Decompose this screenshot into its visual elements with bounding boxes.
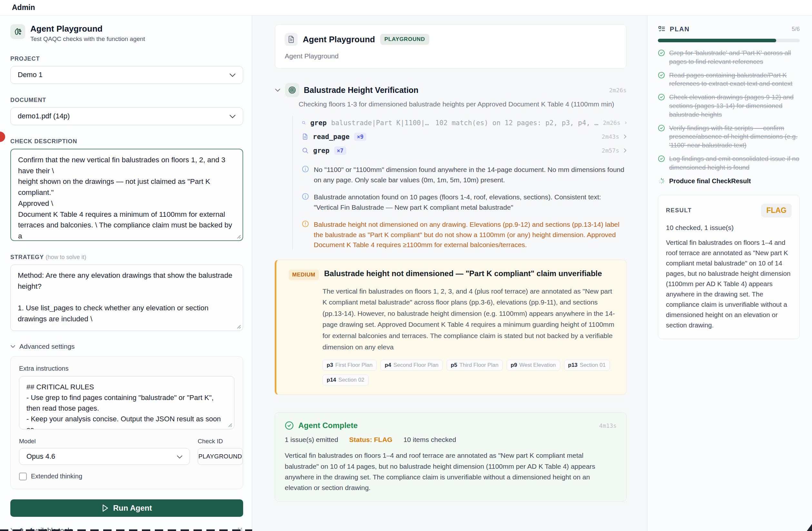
strategy-label-text: STRATEGY	[10, 254, 44, 260]
project-value: Demo 1	[18, 71, 43, 79]
plan-progress-fill	[658, 39, 776, 42]
result-card: RESULT FLAG 10 checked, 1 issue(s) Verti…	[658, 195, 800, 339]
playground-badge: PLAYGROUND	[380, 34, 429, 45]
page-number: p9	[511, 362, 517, 369]
info-note: Balustrade annotation found on 10 pages …	[302, 192, 627, 212]
extended-thinking-row[interactable]: Extended thinking	[19, 473, 234, 480]
config-panel: Agent Playground Test QAQC checks with t…	[0, 15, 252, 531]
model-value: Opus 4.6	[27, 452, 55, 461]
target-icon	[285, 83, 299, 97]
run-card-subtitle: Agent Playground	[285, 52, 617, 60]
page-title: Agent Playground	[30, 24, 145, 34]
document-select[interactable]: demo1.pdf (14p)	[10, 107, 243, 125]
chevron-down-icon	[177, 452, 183, 461]
page-chip[interactable]: p9West Elevation	[507, 360, 560, 371]
tool-time: 2m26s	[603, 119, 621, 126]
run-card-title: Agent Playground	[303, 34, 375, 44]
page-subtitle: Test QAQC checks with the function agent	[30, 35, 145, 43]
tool-call-read-page[interactable]: read_page ×9 2m43s	[302, 130, 627, 144]
strategy-hint: (how to solve it)	[45, 254, 86, 260]
agent-complete-card: Agent Complete 4m13s 1 issue(s) emitted …	[275, 412, 627, 502]
check-circle-icon	[658, 94, 665, 101]
page-chip[interactable]: p13Section 01	[564, 360, 610, 371]
issue-card: MEDIUM Balustrade height not dimensioned…	[275, 260, 627, 395]
file-icon	[302, 133, 308, 140]
extended-thinking-checkbox[interactable]	[19, 473, 27, 480]
warning-note: Balustrade height not dimensioned on any…	[302, 219, 627, 250]
tool-call-count-badge: ×7	[334, 146, 346, 155]
issue-body: The vertical fin balustrades on floors 1…	[322, 286, 617, 353]
agent-complete-summary: Vertical fin balustrades on floors 1–4 a…	[285, 450, 617, 493]
tool-call-grep-2[interactable]: grep ×7 2m57s	[302, 144, 627, 157]
project-select[interactable]: Demo 1	[10, 66, 243, 84]
check-circle-icon	[658, 155, 665, 162]
result-label: RESULT	[666, 207, 692, 214]
top-bar: Admin	[0, 0, 812, 15]
chevron-down-icon	[10, 345, 15, 348]
advanced-settings-card: Extra instructions ## CRITICAL RULES - U…	[10, 356, 243, 489]
document-value: demo1.pdf (14p)	[18, 112, 70, 120]
plan-item: Log findings and emit consolidated issue…	[658, 155, 800, 172]
items-checked: 10 items checked	[403, 436, 456, 444]
page-chip[interactable]: p14Section 02	[322, 375, 368, 386]
chevron-down-icon	[275, 88, 280, 92]
page-number: p4	[385, 362, 391, 369]
plan-item-text: Check elevation drawings (pages 9-12) an…	[669, 93, 800, 119]
strategy-input[interactable]: Method: Are there any elevation drawings…	[10, 264, 243, 331]
tool-name: read_page	[313, 133, 350, 141]
plan-panel: PLAN 5/6 Grep for 'balustrade' and 'Part…	[648, 15, 812, 531]
page-label: Section 01	[580, 362, 606, 369]
page-label: West Elevation	[519, 362, 556, 369]
page-number: p5	[451, 362, 457, 369]
page-number: p13	[568, 362, 578, 369]
alert-icon	[302, 220, 309, 227]
model-select[interactable]: Opus 4.6	[19, 448, 190, 465]
admin-title: Admin	[12, 3, 35, 12]
check-activity-log: grep balustrade|Part K|1100|vertical fin…	[292, 116, 627, 250]
run-agent-button[interactable]: Run Agent	[10, 499, 243, 517]
page-label: First Floor Plan	[335, 362, 373, 369]
check-title: Balustrade Height Verification	[304, 86, 419, 95]
page-chip[interactable]: p4Second Floor Plan	[380, 360, 443, 371]
project-label: PROJECT	[10, 56, 243, 62]
plan-item: Read pages containing balustrade/Part K …	[658, 71, 800, 88]
plan-item-text: Produce final CheckResult	[669, 177, 751, 186]
page-chip[interactable]: p5Third Floor Plan	[447, 360, 503, 371]
play-icon	[102, 504, 109, 512]
check-circle-icon	[285, 421, 294, 430]
info-note-text: No "1100" or "1100mm" dimension found an…	[314, 164, 627, 185]
run-agent-label: Run Agent	[113, 504, 152, 513]
issue-title: Balustrade height not dimensioned — "Par…	[324, 269, 602, 278]
extra-instructions-input[interactable]: ## CRITICAL RULES - Use grep to find pag…	[19, 376, 234, 429]
info-note-text: Balustrade annotation found on 10 pages …	[314, 192, 627, 212]
status-flag: Status: FLAG	[349, 436, 392, 444]
plan-item: Check elevation drawings (pages 9-12) an…	[658, 93, 800, 119]
check-id-input[interactable]: PLAYGROUND	[198, 448, 243, 465]
tool-name: grep	[313, 147, 330, 155]
check-subtitle: Checking floors 1-3 for dimensioned balu…	[299, 100, 627, 108]
search-icon	[302, 147, 309, 154]
info-icon	[302, 193, 309, 200]
result-checked-summary: 10 checked, 1 issue(s)	[666, 224, 792, 232]
brain-circuit-icon	[10, 24, 25, 39]
tool-time: 2m57s	[602, 147, 619, 154]
check-section-header[interactable]: Balustrade Height Verification 2m26s	[275, 83, 627, 97]
chevron-down-icon	[229, 71, 236, 79]
page-chip[interactable]: p3First Floor Plan	[322, 360, 377, 371]
tool-time: 2m43s	[602, 133, 619, 140]
spinner-icon	[658, 177, 665, 185]
app-header: Agent Playground Test QAQC checks with t…	[10, 24, 243, 43]
advanced-settings-toggle[interactable]: Advanced settings	[10, 343, 243, 350]
page-label: Second Floor Plan	[393, 362, 438, 369]
plan-item-text: Verify findings with fitz scripts — conf…	[669, 124, 800, 150]
plan-list: Grep for 'balustrade' and 'Part K' acros…	[658, 49, 800, 185]
strategy-label: STRATEGY (how to solve it)	[10, 254, 243, 261]
search-icon	[302, 119, 306, 126]
page-label: Third Floor Plan	[460, 362, 498, 369]
document-label: DOCUMENT	[10, 97, 243, 103]
tool-call-grep-1[interactable]: grep balustrade|Part K|1100|vertical fin…	[302, 116, 627, 130]
check-description-input[interactable]: Confirm that the new vertical fin balust…	[10, 149, 243, 241]
check-duration: 2m26s	[609, 87, 627, 94]
plan-item-text: Grep for 'balustrade' and 'Part K' acros…	[669, 49, 800, 66]
extended-thinking-label: Extended thinking	[31, 473, 82, 480]
